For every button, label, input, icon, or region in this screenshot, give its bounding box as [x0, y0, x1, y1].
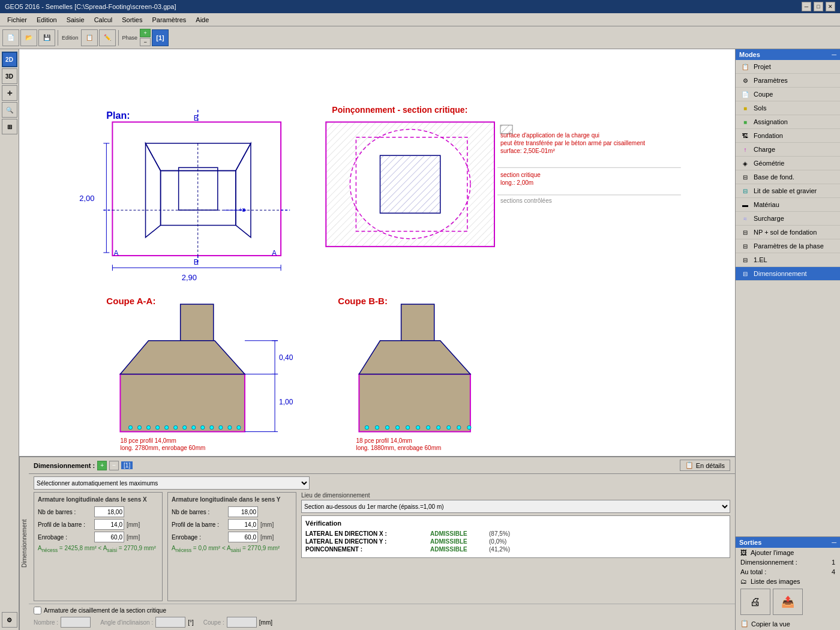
svg-text:2,00: 2,00: [79, 194, 94, 203]
sidebar-item-params-phase[interactable]: ⊟ Paramètres de la phase: [736, 239, 840, 253]
sidebar-item-parametres[interactable]: ⚙ Paramètres: [736, 74, 840, 88]
nb-barres-y-label: Nb de barres :: [172, 509, 226, 515]
profil-y-input[interactable]: [228, 519, 258, 530]
sidebar-item-projet[interactable]: 📋 Projet: [736, 60, 840, 74]
maximize-button[interactable]: □: [814, 2, 823, 11]
ajouter-image-button[interactable]: 🖼 Ajouter l'image: [736, 548, 840, 557]
profil-x-label: Profil de la barre :: [38, 521, 92, 528]
svg-point-80: [375, 425, 379, 429]
panel-add-button[interactable]: +: [97, 461, 107, 470]
sidebar-item-materiau[interactable]: ▬ Matériau: [736, 198, 840, 212]
tool-measure[interactable]: ⊞: [2, 119, 17, 134]
enrobage-x-input[interactable]: [94, 532, 124, 542]
liste-images-button[interactable]: 🗂 Liste des images: [736, 577, 840, 586]
cisaillement-checkbox[interactable]: [34, 607, 41, 614]
svg-text:A: A: [113, 249, 119, 257]
save-button[interactable]: 💾: [38, 29, 55, 46]
cisaillement-section: Armature de cisaillement de la section c…: [29, 604, 735, 630]
panel-title: Dimensionnement :: [34, 462, 95, 469]
tool-zoom[interactable]: 🔍: [2, 102, 17, 118]
new-button[interactable]: 📄: [2, 29, 19, 46]
verif-row-poinc: POINCONNEMENT : ADMISSIBLE (41,2%): [305, 546, 726, 553]
svg-point-66: [183, 425, 187, 429]
menu-calcul[interactable]: Calcul: [89, 15, 118, 25]
verif-title: Vérification: [305, 520, 726, 527]
nb-barres-x-input[interactable]: [94, 506, 124, 517]
coupe-label: Coupe :: [203, 619, 224, 626]
sidebar-item-sols[interactable]: ■ Sols: [736, 101, 840, 115]
dimensionnement-count-row: Dimensionnement : 1: [736, 557, 840, 567]
verif-poinc-label: POINCONNEMENT :: [305, 546, 425, 553]
auto-max-select[interactable]: Sélectionner automatiquement les maximum…: [34, 476, 310, 490]
window-controls: ─ □ ✕: [802, 2, 835, 11]
enrobage-y-input[interactable]: [228, 532, 258, 542]
lieu-label: Lieu de dimensionnement: [301, 492, 730, 499]
enrobage-y-label: Enrobage :: [172, 534, 226, 541]
sidebar-item-coupe[interactable]: 📄 Coupe: [736, 88, 840, 101]
phase-minus-button[interactable]: −: [140, 38, 151, 46]
modes-collapse[interactable]: ─: [832, 51, 836, 58]
tool-2d[interactable]: 2D: [2, 52, 17, 67]
panel-remove-button[interactable]: −: [109, 461, 119, 470]
minimize-button[interactable]: ─: [802, 2, 811, 11]
au-total-row: Au total : 4: [736, 567, 840, 577]
sidebar-item-dimensionnement[interactable]: ⊟ Dimensionnement: [736, 267, 840, 281]
au-total-label: Au total :: [740, 568, 766, 575]
vertical-label: Dimensionnement: [19, 457, 29, 630]
left-tools: 2D 3D ✛ 🔍 ⊞ ⚙: [0, 49, 19, 630]
sidebar-item-geometrie[interactable]: ◈ Géométrie: [736, 157, 840, 170]
menu-fichier[interactable]: Fichier: [2, 15, 32, 25]
dimensionnement-icon: ⊟: [740, 269, 750, 278]
svg-point-86: [437, 425, 440, 429]
sols-icon: ■: [740, 103, 750, 113]
sidebar-item-charge[interactable]: ↑ Charge: [736, 143, 840, 157]
sidebar-assignation-label: Assignation: [754, 118, 788, 125]
phase-plus-button[interactable]: +: [140, 29, 151, 37]
menu-saisie[interactable]: Saisie: [62, 15, 89, 25]
lieu-select[interactable]: Section au-dessous du 1er marche (épaiss…: [301, 500, 730, 513]
sidebar-item-base-fond[interactable]: ⊟ Base de fond.: [736, 170, 840, 184]
svg-text:Coupe A-A:: Coupe A-A:: [106, 296, 155, 306]
open-button[interactable]: 📂: [20, 29, 37, 46]
copier-vue-button[interactable]: 📋 Copier la vue: [736, 617, 840, 630]
modes-header: Modes ─: [736, 49, 840, 60]
svg-text:Plan:: Plan:: [106, 110, 130, 121]
dim-count-value: 1: [832, 559, 835, 566]
tool-settings[interactable]: ⚙: [2, 612, 17, 628]
svg-text:B: B: [194, 258, 199, 266]
surcharge-icon: ≈: [740, 214, 750, 223]
sidebar-np-sol-label: NP + sol de fondation: [754, 229, 817, 236]
menu-parametres[interactable]: Paramètres: [147, 15, 191, 25]
copy-button[interactable]: 📋: [81, 29, 98, 46]
menu-edition[interactable]: Edition: [32, 15, 62, 25]
menu-sorties[interactable]: Sorties: [117, 15, 147, 25]
tool-3d[interactable]: 3D: [2, 68, 17, 84]
close-button[interactable]: ✕: [826, 2, 835, 11]
svg-rect-76: [401, 304, 434, 344]
formula-x: Anécess = 2425,8 mm² < Asaisi = 2770,9 m…: [38, 545, 158, 553]
sidebar-item-fondation[interactable]: 🏗 Fondation: [736, 129, 840, 143]
print-button[interactable]: 🖨: [740, 589, 770, 615]
edit-button[interactable]: ✏️: [99, 29, 116, 46]
sorties-collapse[interactable]: ─: [832, 539, 836, 546]
sidebar-item-assignation[interactable]: ■ Assignation: [736, 115, 840, 129]
svg-text:long. 1880mm, enrobage 60mm: long. 1880mm, enrobage 60mm: [356, 445, 441, 451]
nb-barres-x-label: Nb de barres :: [38, 509, 92, 515]
copier-icon: 📋: [740, 620, 749, 628]
nb-barres-y-input[interactable]: [228, 506, 258, 517]
liste-images-icon: 🗂: [740, 578, 747, 585]
en-details-button[interactable]: 📋 En détails: [680, 460, 730, 471]
svg-point-83: [406, 425, 410, 429]
profil-x-input[interactable]: [94, 519, 124, 530]
sidebar-item-surcharge[interactable]: ≈ Surcharge: [736, 212, 840, 226]
menu-bar: Fichier Edition Saisie Calcul Sorties Pa…: [0, 13, 840, 26]
print-icon: 🖨: [750, 596, 761, 608]
geometrie-icon: ◈: [740, 158, 750, 168]
tool-move[interactable]: ✛: [2, 85, 17, 101]
sidebar-item-1el[interactable]: ⊟ 1.EL: [736, 253, 840, 267]
sidebar-item-lit-sable[interactable]: ⊟ Lit de sable et gravier: [736, 184, 840, 198]
export-button[interactable]: 📤: [773, 589, 803, 615]
menu-aide[interactable]: Aide: [191, 15, 214, 25]
ajouter-image-label: Ajouter l'image: [751, 549, 794, 556]
sidebar-item-np-sol[interactable]: ⊟ NP + sol de fondation: [736, 226, 840, 239]
